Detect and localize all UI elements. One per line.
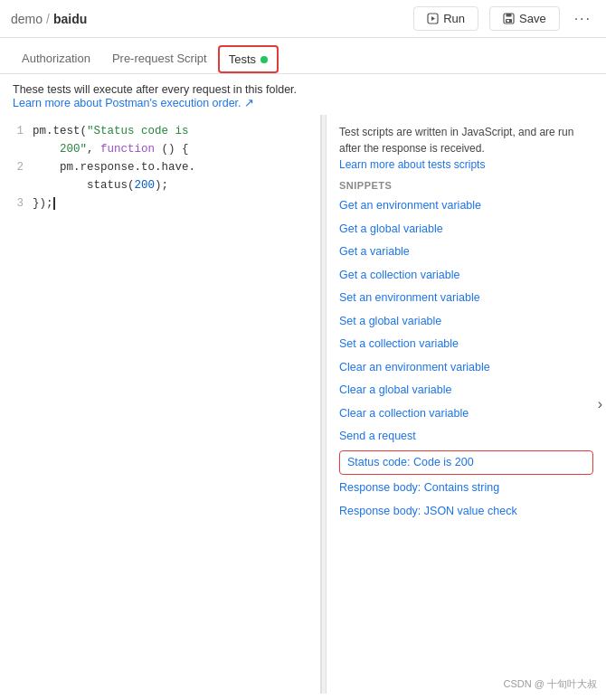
header: demo / baidu Run Save ···: [0, 0, 606, 38]
snippet-item-10[interactable]: Send a request: [339, 425, 593, 449]
snippets-section-title: SNIPPETS: [339, 180, 593, 191]
main-content: 1 2 3 pm.test("Status code is 200", func…: [0, 115, 606, 694]
snippet-item-0[interactable]: Get an environment variable: [339, 194, 593, 218]
line-number-3: 3: [0, 194, 24, 213]
tab-authorization[interactable]: Authorization: [11, 44, 101, 74]
code-line-1b: 200", function () {: [33, 140, 313, 158]
code-editor[interactable]: 1 2 3 pm.test("Status code is 200", func…: [0, 115, 320, 220]
svg-marker-1: [431, 16, 435, 21]
svg-rect-5: [507, 20, 510, 22]
tab-tests[interactable]: Tests: [218, 45, 279, 73]
header-actions: Run Save ···: [413, 6, 595, 31]
more-button[interactable]: ···: [571, 9, 595, 29]
tests-active-dot: [260, 56, 268, 63]
snippet-item-8[interactable]: Clear a global variable: [339, 379, 593, 402]
description-link[interactable]: Learn more about Postman's execution ord…: [13, 97, 254, 109]
line-number-1b: [0, 140, 24, 158]
code-line-3: });: [33, 194, 313, 213]
description-text: These tests will execute after every req…: [13, 83, 593, 96]
snippet-item-6[interactable]: Set a collection variable: [339, 333, 593, 356]
svg-rect-3: [507, 14, 512, 17]
snippet-item-1[interactable]: Get a global variable: [339, 218, 593, 241]
line-numbers: 1 2 3: [0, 122, 33, 213]
save-button[interactable]: Save: [489, 6, 560, 31]
snippet-item-5[interactable]: Set a global variable: [339, 310, 593, 334]
line-number-2b: [0, 176, 24, 194]
snippets-pane: Test scripts are written in JavaScript, …: [327, 115, 606, 694]
code-line-1: pm.test("Status code is: [33, 122, 313, 140]
line-number-1: 1: [0, 122, 24, 140]
snippet-item-2[interactable]: Get a variable: [339, 241, 593, 264]
code-line-2: pm.response.to.have.: [33, 158, 313, 176]
description-area: These tests will execute after every req…: [0, 74, 606, 115]
line-number-2: 2: [0, 158, 24, 176]
snippet-item-11[interactable]: Status code: Code is 200: [339, 450, 593, 476]
snippet-item-4[interactable]: Set an environment variable: [339, 287, 593, 310]
snippet-item-3[interactable]: Get a collection variable: [339, 264, 593, 288]
run-icon: [427, 13, 439, 24]
save-icon: [503, 13, 515, 24]
snippets-description: Test scripts are written in JavaScript, …: [339, 124, 593, 173]
breadcrumb-demo: demo: [11, 12, 43, 26]
breadcrumb-slash: /: [46, 12, 50, 26]
code-editor-pane: 1 2 3 pm.test("Status code is 200", func…: [0, 115, 321, 694]
snippets-learn-more-link[interactable]: Learn more about tests scripts: [339, 158, 485, 171]
breadcrumb-baidu: baidu: [53, 12, 87, 26]
run-button[interactable]: Run: [413, 6, 478, 31]
snippet-item-9[interactable]: Clear a collection variable: [339, 402, 593, 426]
code-line-2b: status(200);: [33, 176, 313, 194]
snippet-item-7[interactable]: Clear an environment variable: [339, 356, 593, 380]
tabs-bar: Authorization Pre-request Script Tests: [0, 38, 606, 74]
watermark: CSDN @ 十旬叶大叔: [504, 677, 597, 691]
snippet-item-13[interactable]: Response body: JSON value check: [339, 500, 593, 524]
code-content[interactable]: pm.test("Status code is 200", function (…: [33, 122, 320, 213]
tab-prerequest[interactable]: Pre-request Script: [101, 44, 218, 74]
snippet-item-12[interactable]: Response body: Contains string: [339, 477, 593, 500]
expand-arrow-icon[interactable]: ›: [598, 396, 602, 412]
breadcrumb: demo / baidu: [11, 12, 87, 26]
